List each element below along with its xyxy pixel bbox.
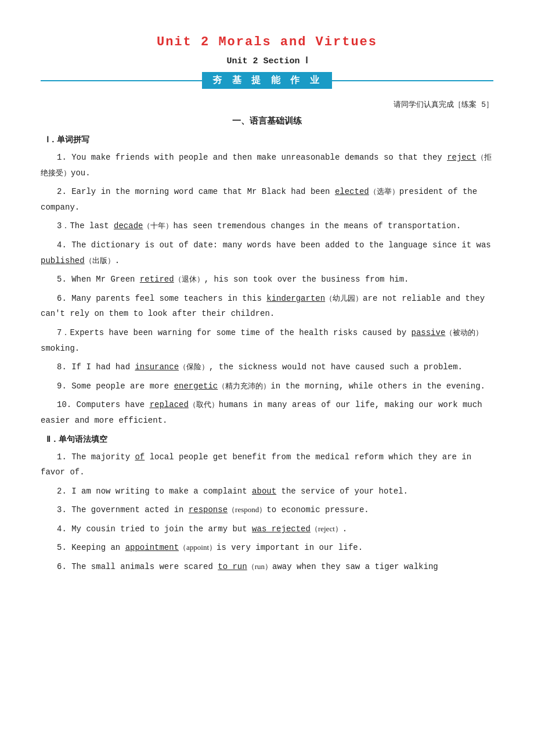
s7-num: 7． bbox=[57, 328, 70, 337]
p2s3-after: to economic pressure. bbox=[266, 505, 369, 514]
s9-after: in the morning, while others in the even… bbox=[270, 381, 485, 391]
part1-sentence-5: 5. When Mr Green retired（退休）, his son to… bbox=[41, 272, 493, 287]
s9-before: Some people are more bbox=[71, 381, 174, 391]
sub-title: Unit 2 Section Ⅰ bbox=[41, 55, 493, 66]
s4-num: 4. bbox=[57, 240, 71, 250]
s6-answer: kindergarten bbox=[266, 294, 325, 303]
s1-after: you. bbox=[71, 168, 91, 178]
p2s3-num: 3. bbox=[57, 505, 71, 514]
part1-sentence-3: 3．The last decade（十年）has seen tremendous… bbox=[41, 218, 493, 234]
s6-before: Many parents feel some teachers in this bbox=[71, 294, 266, 303]
part1-sentence-8: 8. If I had had insurance（保险）, the sickn… bbox=[41, 359, 493, 375]
p2s4-after: . bbox=[342, 524, 347, 534]
section-heading: 一、语言基础训练 bbox=[41, 116, 493, 127]
s6-chinese: （幼儿园） bbox=[325, 294, 363, 303]
s9-chinese: （精力充沛的） bbox=[218, 381, 270, 390]
s8-num: 8. bbox=[57, 362, 71, 372]
s4-after: . bbox=[115, 256, 120, 265]
p2s5-answer: appointment bbox=[125, 543, 179, 552]
part1-sentence-4: 4. The dictionary is out of date: many w… bbox=[41, 237, 493, 268]
part1-sentence-1: 1. You make friends with people and then… bbox=[41, 150, 493, 181]
part1-sentence-7: 7．Experts have been warning for some tim… bbox=[41, 325, 493, 356]
p2s4-before: My cousin tried to join the army but bbox=[71, 524, 252, 534]
note-right: 请同学们认真完成［练案 5］ bbox=[41, 99, 493, 110]
s3-answer: decade bbox=[114, 221, 143, 231]
s3-num: 3． bbox=[57, 221, 70, 231]
s5-chinese: （退休） bbox=[174, 275, 204, 283]
s9-answer: energetic bbox=[174, 381, 218, 391]
s9-num: 9. bbox=[57, 381, 71, 391]
p2s3-before: The government acted in bbox=[71, 505, 189, 514]
part2-sentence-6: 6. The small animals were scared to run（… bbox=[41, 559, 493, 575]
s5-after: , his son took over the business from hi… bbox=[204, 275, 409, 284]
s8-after: , the sickness would not have caused suc… bbox=[209, 362, 463, 372]
s7-answer: passive bbox=[412, 328, 446, 337]
s8-before: If I had had bbox=[71, 362, 135, 372]
part1-sentence-10: 10. Computers have replaced（取代）humans in… bbox=[41, 397, 493, 428]
p2s3-answer: response bbox=[189, 505, 228, 514]
s3-chinese: （十年） bbox=[143, 221, 173, 230]
p2s3-chinese: （respond） bbox=[228, 505, 266, 514]
s8-chinese: （保险） bbox=[179, 362, 209, 371]
s4-chinese: （出版） bbox=[85, 256, 115, 265]
p2s4-chinese: （reject） bbox=[311, 524, 342, 533]
s7-chinese: （被动的） bbox=[445, 328, 483, 337]
part1-sentence-9: 9. Some people are more energetic（精力充沛的）… bbox=[41, 379, 493, 394]
s2-before: Early in the morning word came that Mr B… bbox=[71, 187, 335, 196]
p2s4-answer: was rejected bbox=[252, 524, 311, 534]
part1-sentence-6: 6. Many parents feel some teachers in th… bbox=[41, 291, 493, 322]
s8-answer: insurance bbox=[135, 362, 179, 372]
section-banner: 夯 基 提 能 作 业 bbox=[202, 72, 332, 89]
part2-sentence-3: 3. The government acted in response（resp… bbox=[41, 502, 493, 518]
s10-answer: replaced bbox=[150, 400, 189, 409]
s2-num: 2. bbox=[57, 187, 71, 196]
part2-sentence-1: 1. The majority of local people get bene… bbox=[41, 449, 493, 480]
s3-after: has seen tremendous changes in the means… bbox=[173, 221, 461, 231]
s10-chinese: （取代） bbox=[189, 400, 219, 409]
part1-sentence-2: 2. Early in the morning word came that M… bbox=[41, 184, 493, 215]
s5-answer: retired bbox=[140, 275, 174, 284]
s4-answer: published bbox=[41, 256, 85, 265]
p2s2-space bbox=[276, 487, 281, 496]
p2s2-num: 2. bbox=[57, 487, 71, 496]
p2s1-num: 1. bbox=[57, 452, 71, 462]
part1-heading: Ⅰ．单词拼写 bbox=[46, 135, 493, 145]
s5-num: 5. bbox=[57, 275, 71, 284]
part2-sentence-2: 2. I am now writing to make a complaint … bbox=[41, 484, 493, 499]
s4-before: The dictionary is out of date: many word… bbox=[71, 240, 491, 250]
s7-before: Experts have been warning for some time … bbox=[70, 328, 411, 337]
p2s5-before: Keeping an bbox=[71, 543, 125, 552]
p2s6-after: away when they saw a tiger walking bbox=[272, 562, 438, 571]
section-banner-wrapper: 夯 基 提 能 作 业 bbox=[41, 72, 493, 89]
s6-num: 6. bbox=[57, 294, 71, 303]
s2-answer: elected bbox=[335, 187, 369, 196]
p2s1-answer: of bbox=[135, 452, 145, 462]
s5-before: When Mr Green bbox=[71, 275, 140, 284]
p2s6-chinese: （run） bbox=[247, 562, 272, 571]
p2s5-after: is very important in our life. bbox=[217, 543, 363, 552]
part2-heading: Ⅱ．单句语法填空 bbox=[46, 434, 493, 445]
p2s5-num: 5. bbox=[57, 543, 71, 552]
s2-chinese: （选举） bbox=[369, 187, 399, 196]
s10-before: Computers have bbox=[77, 400, 150, 409]
p2s1-space bbox=[145, 452, 149, 462]
s1-answer: reject bbox=[447, 153, 476, 162]
p2s1-before: The majority bbox=[71, 452, 135, 462]
p2s6-num: 6. bbox=[57, 562, 71, 571]
s7-after: smoking. bbox=[41, 344, 80, 353]
p2s4-num: 4. bbox=[57, 524, 71, 534]
s10-num: 10. bbox=[57, 400, 77, 409]
s1-num: 1. bbox=[57, 153, 71, 162]
main-title: Unit 2 Morals and Virtues bbox=[41, 35, 493, 49]
part2-sentence-5: 5. Keeping an appointment（appoint）is ver… bbox=[41, 540, 493, 556]
p2s2-before: I am now writing to make a complaint bbox=[71, 487, 252, 496]
banner-line-left bbox=[41, 80, 202, 81]
s3-before: The last bbox=[70, 221, 114, 231]
p2s6-before: The small animals were scared bbox=[71, 562, 218, 571]
p2s2-after: the service of your hotel. bbox=[282, 487, 408, 496]
s1-before: You make friends with people and then ma… bbox=[71, 153, 447, 162]
banner-line-right bbox=[332, 80, 493, 81]
part2-sentence-4: 4. My cousin tried to join the army but … bbox=[41, 521, 493, 537]
p2s2-answer: about bbox=[252, 487, 276, 496]
p2s6-answer: to run bbox=[218, 562, 247, 571]
